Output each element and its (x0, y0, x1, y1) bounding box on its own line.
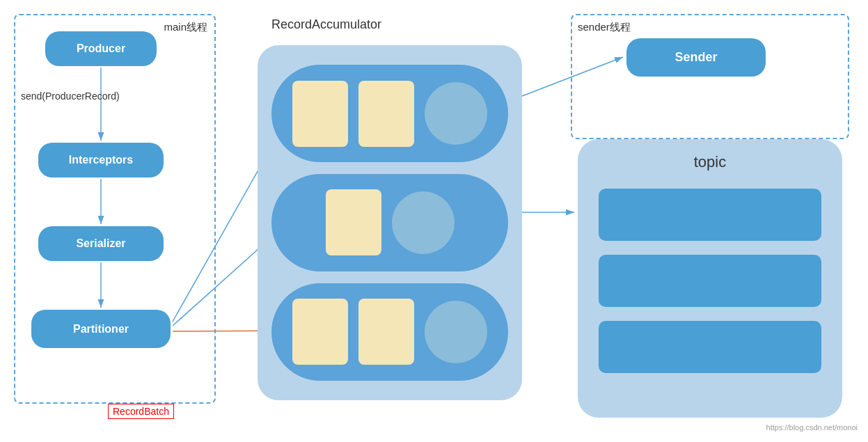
send-producer-record-label: send(ProducerRecord) (21, 90, 120, 102)
record-accumulator-container (258, 45, 522, 400)
pill-circle-1 (425, 82, 487, 145)
pill-rect-1b (358, 81, 414, 147)
pill-rect-1a (292, 81, 348, 147)
topic-label: topic (694, 153, 726, 171)
pill-circle-2 (392, 191, 455, 254)
main-thread-label: main线程 (164, 21, 207, 34)
watermark: https://blog.csdn.net/monoi (766, 423, 858, 432)
serializer-box: Serializer (38, 226, 164, 261)
sender-thread-label: sender线程 (578, 21, 631, 34)
partitioner-box: Partitioner (31, 310, 171, 348)
producer-label: Producer (77, 42, 125, 55)
interceptors-label: Interceptors (69, 154, 133, 166)
topic-container: topic (578, 139, 842, 418)
pill-rect-3b (358, 299, 414, 365)
pill-rect-2a (326, 189, 381, 255)
sender-label: Sender (674, 50, 717, 65)
pill-row-2 (271, 174, 508, 271)
diagram-container: main线程 send(ProducerRecord) Producer Int… (0, 0, 868, 442)
record-accumulator-label: RecordAccumulator (271, 17, 381, 32)
topic-rect-3 (599, 321, 821, 373)
record-batch-label: RecordBatch (108, 404, 174, 419)
pill-row-1 (271, 65, 508, 162)
interceptors-box: Interceptors (38, 143, 164, 177)
producer-box: Producer (45, 31, 157, 66)
topic-rect-1 (599, 189, 821, 241)
serializer-label: Serializer (76, 237, 125, 250)
topic-rect-2 (599, 255, 821, 307)
sender-thread-box: sender线程 (571, 14, 849, 139)
pill-row-3 (271, 283, 508, 381)
pill-rect-3a (292, 299, 348, 365)
partitioner-label: Partitioner (73, 323, 129, 336)
sender-box: Sender (626, 38, 766, 77)
pill-circle-3 (425, 301, 487, 363)
